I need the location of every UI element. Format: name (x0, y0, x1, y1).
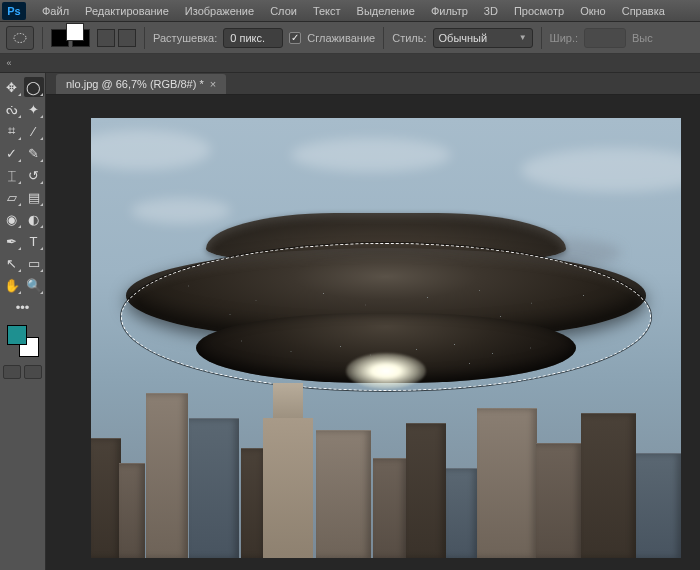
tool-brush[interactable]: ✎ (24, 143, 44, 163)
close-icon[interactable]: × (210, 78, 216, 90)
tool-blur[interactable]: ◉ (2, 209, 22, 229)
canvas-viewport[interactable] (46, 95, 700, 570)
mode-subtract-icon[interactable] (97, 29, 115, 47)
tool-history-brush[interactable]: ↺ (24, 165, 44, 185)
tool-zoom[interactable]: 🔍 (24, 275, 44, 295)
menu-layers[interactable]: Слои (262, 2, 305, 20)
ufo-object (126, 213, 646, 393)
menu-view[interactable]: Просмотр (506, 2, 572, 20)
quick-mask-icon[interactable] (3, 365, 21, 379)
separator (42, 27, 43, 49)
options-bar: Растушевка: 0 пикс. ✓ Сглаживание Стиль:… (0, 22, 700, 54)
separator (541, 27, 542, 49)
width-field (584, 28, 626, 48)
screen-mode-icon[interactable] (24, 365, 42, 379)
menu-text[interactable]: Текст (305, 2, 349, 20)
style-value: Обычный (439, 32, 488, 44)
document-tab-row: nlo.jpg @ 66,7% (RGB/8#) * × (46, 73, 700, 95)
collapse-icon[interactable]: « (2, 58, 16, 68)
svg-point-0 (14, 33, 26, 42)
menu-window[interactable]: Окно (572, 2, 614, 20)
color-swatches[interactable] (7, 325, 39, 357)
menu-image[interactable]: Изображение (177, 2, 262, 20)
tool-eyedropper[interactable]: ⁄ (24, 121, 44, 141)
tool-crop[interactable]: ⌗ (2, 121, 22, 141)
style-label: Стиль: (392, 32, 426, 44)
document-title: nlo.jpg @ 66,7% (RGB/8#) * (66, 78, 204, 90)
height-label: Выс (632, 32, 653, 44)
menu-select[interactable]: Выделение (349, 2, 423, 20)
cloud (521, 148, 681, 192)
mode-intersect-icon[interactable] (118, 29, 136, 47)
antialias-checkbox[interactable]: ✓ (289, 32, 301, 44)
document-area: nlo.jpg @ 66,7% (RGB/8#) * × (46, 73, 700, 570)
tool-lasso[interactable]: ᔔ (2, 99, 22, 119)
cloud (291, 138, 451, 172)
feather-label: Растушевка: (153, 32, 217, 44)
toolbox: ✥◯ᔔ✦⌗⁄✓✎⌶↺▱▤◉◐✒T↖▭✋🔍••• (0, 73, 46, 570)
menu-filter[interactable]: Фильтр (423, 2, 476, 20)
menu-bar: Ps Файл Редактирование Изображение Слои … (0, 0, 700, 22)
menu-edit[interactable]: Редактирование (77, 2, 177, 20)
workspace: ✥◯ᔔ✦⌗⁄✓✎⌶↺▱▤◉◐✒T↖▭✋🔍••• nlo.jpg @ 66,7% … (0, 73, 700, 570)
active-tool-icon[interactable] (6, 26, 34, 50)
tool-gradient[interactable]: ▤ (24, 187, 44, 207)
app-logo: Ps (2, 2, 26, 20)
separator (144, 27, 145, 49)
tool-move[interactable]: ✥ (2, 77, 22, 97)
foreground-color[interactable] (7, 325, 27, 345)
menu-help[interactable]: Справка (614, 2, 673, 20)
tool-marquee-ellipse[interactable]: ◯ (24, 77, 44, 97)
tool-more[interactable]: ••• (2, 297, 44, 317)
tool-hand[interactable]: ✋ (2, 275, 22, 295)
tool-clone-stamp[interactable]: ⌶ (2, 165, 22, 185)
width-label: Шир.: (550, 32, 578, 44)
feather-field[interactable]: 0 пикс. (223, 28, 283, 48)
tool-rectangle[interactable]: ▭ (24, 253, 44, 273)
antialias-label: Сглаживание (307, 32, 375, 44)
selection-marquee (121, 243, 651, 391)
chevron-down-icon: ▼ (519, 33, 527, 42)
menu-file[interactable]: Файл (34, 2, 77, 20)
tool-eraser[interactable]: ▱ (2, 187, 22, 207)
tool-pen[interactable]: ✒ (2, 231, 22, 251)
document-tab[interactable]: nlo.jpg @ 66,7% (RGB/8#) * × (56, 74, 226, 94)
tool-dodge[interactable]: ◐ (24, 209, 44, 229)
skyline (91, 378, 681, 558)
tool-spot-heal[interactable]: ✓ (2, 143, 22, 163)
tower (263, 383, 313, 558)
cloud (91, 130, 211, 170)
separator (383, 27, 384, 49)
canvas[interactable] (91, 118, 681, 558)
marquee-mode-group (51, 29, 136, 47)
panel-tab-strip: « (0, 54, 700, 73)
tool-type[interactable]: T (24, 231, 44, 251)
mode-add-icon[interactable] (72, 29, 94, 47)
style-dropdown[interactable]: Обычный ▼ (433, 28, 533, 48)
menu-3d[interactable]: 3D (476, 2, 506, 20)
tool-magic-wand[interactable]: ✦ (24, 99, 44, 119)
tool-path-select[interactable]: ↖ (2, 253, 22, 273)
